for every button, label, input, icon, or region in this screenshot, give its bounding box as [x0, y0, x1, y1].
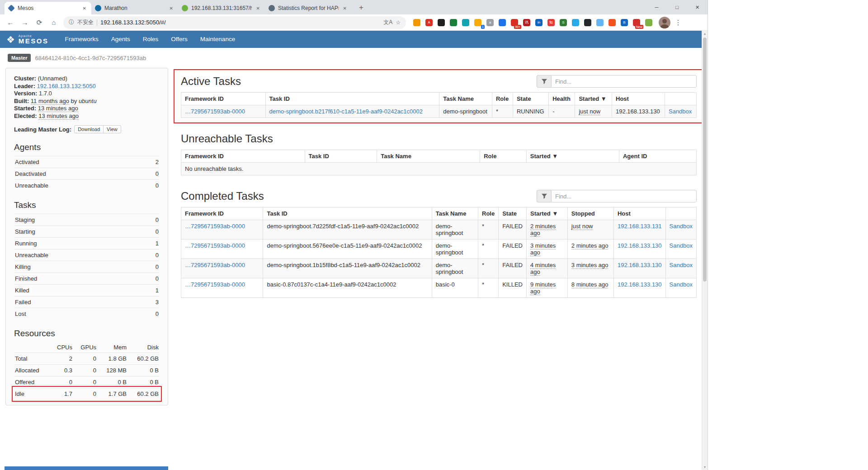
translate-icon[interactable]: 文A: [383, 19, 392, 26]
extension-icon[interactable]: a: [485, 17, 495, 28]
bookmark-star-icon[interactable]: ☆: [396, 19, 401, 26]
extension-icon[interactable]: [607, 17, 618, 28]
sandbox-link[interactable]: Sandbox: [670, 223, 693, 230]
tab-close-icon[interactable]: ✕: [168, 5, 175, 11]
extension-icon[interactable]: 讯: [521, 17, 532, 28]
framework-id-link[interactable]: …7295671593ab-0000: [185, 108, 245, 115]
column-header[interactable]: [665, 93, 696, 105]
extension-icon[interactable]: S: [558, 17, 569, 28]
column-header[interactable]: Host: [612, 93, 665, 105]
extension-icon[interactable]: [582, 17, 593, 28]
new-tab-button[interactable]: +: [355, 2, 367, 14]
tab-close-icon[interactable]: ✕: [81, 5, 88, 11]
leader-link[interactable]: 192.168.133.132:5050: [37, 83, 96, 89]
extension-icon[interactable]: in: [533, 17, 544, 28]
view-button[interactable]: View: [103, 125, 121, 133]
column-header[interactable]: Host: [613, 207, 665, 220]
column-header[interactable]: Framework ID: [181, 93, 266, 105]
column-header[interactable]: Role: [478, 207, 499, 220]
extension-icon[interactable]: A: [424, 17, 434, 28]
extension-icon[interactable]: [436, 17, 447, 28]
mesos-brand[interactable]: ❖ Apache MESOS: [6, 34, 49, 44]
host-link[interactable]: 192.168.133.130: [618, 242, 662, 249]
nav-item-roles[interactable]: Roles: [137, 31, 165, 48]
column-header[interactable]: Health: [549, 93, 575, 105]
column-header[interactable]: Agent ID: [619, 150, 696, 163]
column-header[interactable]: Role: [492, 93, 513, 105]
minimize-icon[interactable]: ─: [646, 0, 667, 14]
browser-tab[interactable]: 192.168.133.131:31657/hello✕: [178, 2, 265, 14]
framework-id-link[interactable]: …7295671593ab-0000: [185, 223, 245, 230]
back-icon[interactable]: ←: [4, 16, 17, 29]
host-link[interactable]: 192.168.133.130: [618, 262, 662, 268]
extension-icon[interactable]: [570, 17, 581, 28]
address-bar[interactable]: ⓘ 不安全 192.168.133.132:5050/#/ 文A ☆: [63, 16, 406, 29]
extension-icon[interactable]: [497, 17, 508, 28]
framework-id-link[interactable]: …7295671593ab-0000: [185, 281, 245, 288]
filter-funnel-icon[interactable]: [537, 190, 551, 202]
extension-icon[interactable]: B: [619, 17, 630, 28]
scrollbar-down-icon[interactable]: ▼: [702, 464, 708, 470]
master-id: 68464124-810c-4cc1-9d7c-7295671593ab: [35, 55, 146, 61]
host-link[interactable]: 192.168.133.131: [618, 223, 662, 230]
extension-icon[interactable]: [448, 17, 459, 28]
nav-item-agents[interactable]: Agents: [105, 31, 137, 48]
scrollbar-thumb[interactable]: [703, 38, 707, 282]
host-link[interactable]: 192.168.133.130: [618, 281, 662, 288]
sandbox-link[interactable]: Sandbox: [670, 262, 693, 268]
nav-item-frameworks[interactable]: Frameworks: [59, 31, 105, 48]
find-input[interactable]: [551, 75, 697, 88]
column-header[interactable]: Role: [480, 150, 527, 163]
column-header[interactable]: Task Name: [439, 93, 492, 105]
framework-id-link[interactable]: …7295671593ab-0000: [185, 262, 245, 268]
extension-icon[interactable]: New: [631, 17, 642, 28]
sandbox-link[interactable]: Sandbox: [670, 242, 693, 249]
column-header[interactable]: Task ID: [263, 207, 432, 220]
column-header[interactable]: State: [513, 93, 548, 105]
column-header[interactable]: Framework ID: [181, 207, 263, 220]
column-header[interactable]: Task ID: [305, 150, 377, 163]
filter-funnel-icon[interactable]: [537, 75, 551, 88]
column-header[interactable]: Framework ID: [181, 150, 305, 163]
page-scrollbar[interactable]: ▲ ▼: [702, 31, 708, 470]
nav-item-maintenance[interactable]: Maintenance: [194, 31, 241, 48]
extension-icon[interactable]: [411, 17, 422, 28]
tasks-stats-table: Staging0Starting0Running1Unreachable0Kil…: [14, 214, 160, 320]
tab-close-icon[interactable]: ✕: [342, 5, 348, 11]
browser-tab[interactable]: Statistics Report for HAProxy✕: [265, 2, 352, 14]
maximize-icon[interactable]: □: [667, 0, 687, 14]
find-input[interactable]: [551, 190, 697, 202]
extension-icon[interactable]: 知: [546, 17, 557, 28]
extension-icon[interactable]: [643, 17, 654, 28]
forward-icon[interactable]: →: [18, 16, 32, 29]
close-icon[interactable]: ✕: [687, 0, 708, 14]
tab-close-icon[interactable]: ✕: [255, 5, 261, 11]
column-header[interactable]: State: [499, 207, 527, 220]
column-header[interactable]: [665, 207, 696, 220]
task-id-link[interactable]: demo-springboot.b217f610-c1a5-11e9-aaf9-…: [269, 108, 423, 115]
extension-icon[interactable]: [594, 17, 605, 28]
column-header[interactable]: Started ▼: [526, 207, 567, 220]
extension-icon[interactable]: 1: [472, 17, 483, 28]
nav-item-offers[interactable]: Offers: [165, 31, 194, 48]
reload-icon[interactable]: ⟳: [33, 16, 46, 29]
column-header[interactable]: Started ▼: [575, 93, 612, 105]
browser-menu-icon[interactable]: ⋮: [671, 16, 685, 29]
home-icon[interactable]: ⌂: [47, 16, 61, 29]
sandbox-link[interactable]: Sandbox: [669, 108, 692, 115]
page-info-icon[interactable]: ⓘ: [69, 19, 74, 26]
column-header[interactable]: Stopped: [567, 207, 613, 220]
browser-tab[interactable]: Marathon✕: [91, 2, 178, 14]
framework-id-link[interactable]: …7295671593ab-0000: [185, 242, 245, 249]
column-header[interactable]: Task ID: [265, 93, 439, 105]
profile-avatar[interactable]: [659, 17, 670, 28]
sandbox-link[interactable]: Sandbox: [670, 281, 693, 288]
extension-icon[interactable]: [460, 17, 471, 28]
scrollbar-up-icon[interactable]: ▲: [702, 31, 708, 37]
browser-tab[interactable]: Mesos✕: [5, 2, 91, 14]
download-button[interactable]: Download: [74, 125, 104, 133]
column-header[interactable]: Task Name: [432, 207, 478, 220]
extension-icon[interactable]: 99+: [509, 17, 520, 28]
column-header[interactable]: Started ▼: [526, 150, 619, 163]
column-header[interactable]: Task Name: [377, 150, 480, 163]
